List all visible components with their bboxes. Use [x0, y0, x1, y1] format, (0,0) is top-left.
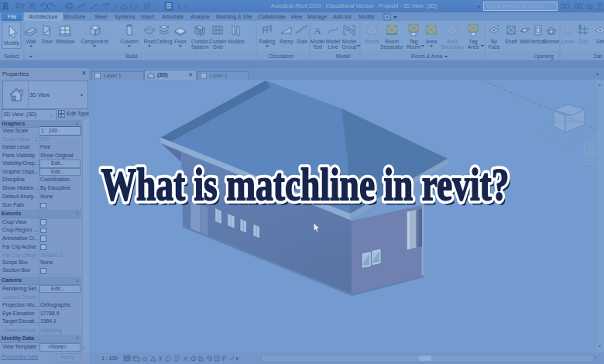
svg-text:Room & Area: Room & Area [411, 53, 443, 59]
svg-text:Separator: Separator [380, 44, 404, 50]
svg-text:Boundary: Boundary [441, 44, 464, 50]
svg-text:Level: Level [561, 39, 575, 44]
svg-text:Dat: Dat [594, 53, 602, 59]
svg-text:Column: Column [120, 39, 139, 44]
svg-text:»: » [184, 3, 188, 10]
svg-text:Room: Room [407, 44, 420, 50]
svg-text:A: A [113, 2, 118, 10]
svg-text:Component: Component [81, 39, 108, 45]
svg-text:Wall: Wall [520, 39, 529, 44]
svg-text:Circulation: Circulation [269, 53, 293, 59]
svg-text:Model: Model [326, 39, 341, 44]
svg-text:Grid: Grid [578, 39, 589, 44]
svg-text:Dormer: Dormer [544, 39, 560, 44]
svg-text:Floor: Floor [174, 39, 187, 44]
svg-text:Curtain: Curtain [209, 39, 226, 44]
svg-text:Ramp: Ramp [280, 39, 293, 45]
svg-text:Area: Area [447, 39, 458, 44]
svg-text:Stair: Stair [297, 39, 308, 44]
svg-text:Mullion: Mullion [228, 39, 245, 44]
svg-text:Ceiling: Ceiling [156, 39, 173, 45]
svg-text:A: A [314, 25, 321, 36]
svg-text:Area: Area [468, 44, 479, 50]
svg-text:Room: Room [385, 39, 399, 44]
svg-text:Door: Door [42, 39, 53, 44]
svg-text:Grid: Grid [213, 44, 223, 50]
svg-text:Room: Room [365, 39, 379, 44]
svg-text:Area: Area [426, 39, 438, 44]
svg-text:Face: Face [488, 44, 499, 50]
svg-text:G: G [142, 355, 147, 362]
svg-text:Model: Model [342, 39, 357, 44]
svg-text:Set: Set [596, 39, 604, 44]
svg-text:Line: Line [328, 44, 338, 50]
svg-text:Wall: Wall [26, 39, 36, 44]
svg-text:Roof: Roof [144, 39, 155, 44]
svg-text:Modify: Modify [4, 40, 20, 46]
svg-text:Build: Build [125, 53, 137, 59]
svg-text:What is matchline in revit?: What is matchline in revit? [101, 159, 510, 211]
svg-text:Shaft: Shaft [505, 39, 517, 44]
svg-text:Railing: Railing [259, 39, 276, 45]
svg-text:Model: Model [311, 39, 325, 44]
svg-text:Model: Model [336, 53, 351, 59]
svg-text:Select: Select [5, 53, 19, 59]
svg-text:Text: Text [313, 44, 323, 50]
svg-text:Group: Group [342, 44, 357, 50]
svg-text:System: System [191, 44, 209, 50]
svg-text:Opening: Opening [534, 53, 554, 60]
svg-text:Curtain: Curtain [191, 39, 208, 44]
svg-text:Window: Window [56, 39, 74, 44]
